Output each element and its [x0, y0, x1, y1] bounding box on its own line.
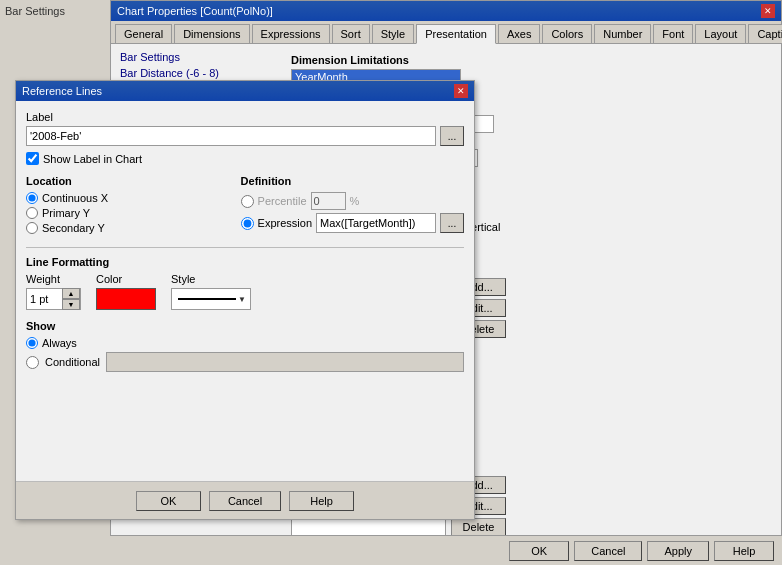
- expression-radio[interactable]: [241, 217, 254, 230]
- show-section: Show Always Conditional: [26, 320, 464, 372]
- main-titlebar: Chart Properties [Count(PolNo)] ✕: [111, 1, 781, 21]
- main-help-button[interactable]: Help: [714, 541, 774, 561]
- show-label: Show: [26, 320, 464, 332]
- dialog-ok-button[interactable]: OK: [136, 491, 201, 511]
- secondary-y-label: Secondary Y: [42, 222, 105, 234]
- always-radio[interactable]: [26, 337, 38, 349]
- style-group: Style ▼: [171, 273, 251, 310]
- text-delete-button[interactable]: Delete: [451, 518, 506, 536]
- tab-number[interactable]: Number: [594, 24, 651, 43]
- main-close-button[interactable]: ✕: [761, 4, 775, 18]
- continuous-x-row: Continuous X: [26, 192, 221, 204]
- dialog-cancel-button[interactable]: Cancel: [209, 491, 281, 511]
- tab-layout[interactable]: Layout: [695, 24, 746, 43]
- main-bottom-bar: OK Cancel Apply Help: [110, 535, 782, 565]
- percent-sign: %: [350, 195, 360, 207]
- tab-expressions[interactable]: Expressions: [252, 24, 330, 43]
- dialog-help-button[interactable]: Help: [289, 491, 354, 511]
- label-input[interactable]: '2008-Feb': [26, 126, 436, 146]
- behind-title: Bar Settings: [0, 0, 115, 22]
- label-row: '2008-Feb' ...: [26, 126, 464, 146]
- label-field-label: Label: [26, 111, 464, 123]
- weight-up-button[interactable]: ▲: [62, 288, 80, 299]
- main-apply-button[interactable]: Apply: [647, 541, 709, 561]
- weight-label: Weight: [26, 273, 81, 285]
- label-browse-button[interactable]: ...: [440, 126, 464, 146]
- color-box[interactable]: [96, 288, 156, 310]
- dialog-footer: OK Cancel Help: [16, 481, 474, 519]
- tab-general[interactable]: General: [115, 24, 172, 43]
- main-cancel-button[interactable]: Cancel: [574, 541, 642, 561]
- tab-axes[interactable]: Axes: [498, 24, 540, 43]
- conditional-row: Conditional: [26, 352, 464, 372]
- dimension-limitations-label: Dimension Limitations: [291, 54, 771, 66]
- weight-input-row: 1 pt ▲ ▼: [26, 288, 81, 310]
- location-column: Location Continuous X Primary Y Secondar…: [26, 175, 221, 237]
- primary-y-row: Primary Y: [26, 207, 221, 219]
- formatting-cols: Weight 1 pt ▲ ▼ Color Style: [26, 273, 464, 310]
- reference-lines-dialog: Reference Lines ✕ Label '2008-Feb' ... S…: [15, 80, 475, 520]
- expression-browse-button[interactable]: ...: [440, 213, 464, 233]
- tab-style[interactable]: Style: [372, 24, 414, 43]
- behind-count-label: Bar Settings: [5, 5, 65, 17]
- tab-font[interactable]: Font: [653, 24, 693, 43]
- continuous-x-label: Continuous X: [42, 192, 108, 204]
- main-ok-button[interactable]: OK: [509, 541, 569, 561]
- primary-y-radio[interactable]: [26, 207, 38, 219]
- conditional-radio[interactable]: [26, 356, 39, 369]
- expression-row: Expression Max([TargetMonth]) ...: [241, 213, 464, 233]
- secondary-y-radio[interactable]: [26, 222, 38, 234]
- always-row: Always: [26, 337, 464, 349]
- weight-spinners: ▲ ▼: [62, 288, 80, 310]
- percentile-radio[interactable]: [241, 195, 254, 208]
- weight-input[interactable]: 1 pt: [27, 293, 62, 305]
- location-label: Location: [26, 175, 221, 187]
- left-item-bar-settings[interactable]: Bar Settings: [116, 49, 286, 65]
- dialog-close-button[interactable]: ✕: [454, 84, 468, 98]
- color-group: Color: [96, 273, 156, 310]
- line-formatting-section: Line Formatting Weight 1 pt ▲ ▼ Color: [26, 256, 464, 310]
- continuous-x-radio[interactable]: [26, 192, 38, 204]
- percentile-label: Percentile: [258, 195, 307, 207]
- main-tabs: General Dimensions Expressions Sort Styl…: [111, 21, 781, 44]
- always-label: Always: [42, 337, 77, 349]
- line-formatting-label: Line Formatting: [26, 256, 464, 268]
- show-label-in-chart-checkbox[interactable]: [26, 152, 39, 165]
- main-window-title: Chart Properties [Count(PolNo)]: [117, 5, 273, 17]
- conditional-input[interactable]: [106, 352, 464, 372]
- tab-sort[interactable]: Sort: [332, 24, 370, 43]
- color-label: Color: [96, 273, 156, 285]
- dialog-title: Reference Lines: [22, 85, 102, 97]
- dialog-body: Label '2008-Feb' ... Show Label in Chart…: [16, 101, 474, 392]
- tab-colors[interactable]: Colors: [542, 24, 592, 43]
- left-item-bar-distance[interactable]: Bar Distance (-6 - 8): [116, 65, 286, 81]
- tab-caption[interactable]: Caption: [748, 24, 782, 43]
- definition-label: Definition: [241, 175, 464, 187]
- percentile-row: Percentile 0 %: [241, 192, 464, 210]
- show-label-in-chart-row: Show Label in Chart: [26, 152, 464, 165]
- weight-group: Weight 1 pt ▲ ▼: [26, 273, 81, 310]
- tab-presentation[interactable]: Presentation: [416, 24, 496, 44]
- dialog-titlebar: Reference Lines ✕: [16, 81, 474, 101]
- section-divider: [26, 247, 464, 248]
- tab-dimensions[interactable]: Dimensions: [174, 24, 249, 43]
- definition-column: Definition Percentile 0 % Expression Max…: [241, 175, 464, 237]
- percentile-input[interactable]: 0: [311, 192, 346, 210]
- style-label: Style: [171, 273, 251, 285]
- conditional-label: Conditional: [45, 356, 100, 368]
- style-select[interactable]: ▼: [171, 288, 251, 310]
- secondary-y-row: Secondary Y: [26, 222, 221, 234]
- primary-y-label: Primary Y: [42, 207, 90, 219]
- weight-down-button[interactable]: ▼: [62, 299, 80, 310]
- show-label-in-chart-label: Show Label in Chart: [43, 153, 142, 165]
- expression-label: Expression: [258, 217, 312, 229]
- location-definition-row: Location Continuous X Primary Y Secondar…: [26, 175, 464, 237]
- expression-input[interactable]: Max([TargetMonth]): [316, 213, 436, 233]
